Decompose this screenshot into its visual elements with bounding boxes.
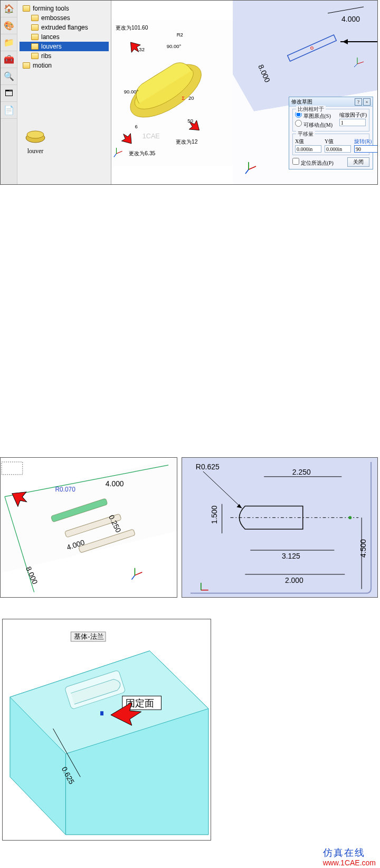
panel-r6: 基体-法兰 固定面 0.625 — [2, 619, 211, 841]
view-icon[interactable]: 🗔 — [1, 85, 17, 102]
palette-icon[interactable]: 🎨 — [1, 17, 17, 34]
tree-root-label: forming tools — [33, 5, 69, 12]
svg-rect-85 — [182, 458, 377, 598]
folder-icon[interactable]: 📁 — [1, 34, 17, 51]
tree-item-embosses[interactable]: embosses — [20, 13, 109, 23]
y-label: Y值 — [325, 138, 351, 145]
svg-marker-73 — [1, 458, 177, 573]
dim-4500: 4.500 — [359, 539, 367, 558]
watermark-1cae: 1CAE — [142, 133, 160, 140]
dim-20: 20 — [188, 95, 194, 101]
dim-4000-top: 4.000 — [106, 479, 124, 488]
tree-label: embosses — [41, 14, 70, 22]
ann-10160: 更改为101.60 — [116, 25, 148, 31]
radio-movable[interactable] — [295, 120, 302, 127]
group-scale-rel: 比例相对于 — [296, 106, 326, 113]
rot-input[interactable] — [354, 145, 378, 153]
doc-icon[interactable]: 📄 — [1, 102, 17, 119]
panel-r4-left: R0.070 4.000 0.250 4.000 8.000 — [0, 457, 177, 598]
dim-4000: 4.000 — [341, 15, 360, 23]
toolbox-icon[interactable]: 🧰 — [1, 51, 17, 68]
dim-1500: 1.500 — [210, 505, 218, 524]
home-icon[interactable]: 🏠 — [1, 1, 17, 17]
brand-url: www.1CAE.com — [323, 858, 376, 867]
louver-pattern-view: R0.070 4.000 0.250 4.000 8.000 — [1, 458, 177, 597]
dim-90a: 90.00° — [167, 43, 182, 49]
scale-label: 缩放因子(F) — [339, 111, 367, 119]
svg-rect-103 — [100, 711, 103, 715]
dim-32: 32 — [139, 46, 145, 52]
svg-rect-81 — [2, 462, 23, 475]
group-translate: 平移量 — [296, 130, 315, 138]
dialog-title: 修改草图 — [291, 98, 312, 106]
tree-item-motion[interactable]: motion — [20, 61, 109, 70]
scale-input[interactable] — [339, 119, 366, 126]
tree-label: lances — [41, 33, 60, 41]
tree-item-louvers[interactable]: louvers — [20, 42, 109, 51]
opt-origin: 草图原点(S) — [303, 113, 331, 119]
tree-item-extruded-flanges[interactable]: extruded flanges — [20, 23, 109, 32]
y-input[interactable] — [325, 145, 351, 153]
dim-90b: 90.00° — [124, 89, 139, 95]
close-button[interactable]: 关闭 — [347, 157, 369, 167]
page-watermark: 仿真在线 www.1CAE.com — [323, 848, 376, 867]
brand-zh: 仿真在线 — [323, 848, 376, 858]
base-flange-view: 基体-法兰 固定面 0.625 — [3, 619, 211, 840]
design-library-tree: 🏠 🎨 📁 🧰 🔍 🗔 📄 forming tools embosses ext… — [1, 1, 111, 185]
chk-label: 定位所选点(P) — [301, 160, 334, 166]
sigma-icon: Σ — [182, 95, 185, 101]
panel-r4-right: R0.625 2.250 1.500 3.125 2.000 4.500 — [182, 457, 378, 598]
svg-line-83 — [132, 575, 135, 580]
opt-movable: 可移动点(M) — [303, 122, 333, 128]
tree-item-lances[interactable]: lances — [20, 32, 109, 42]
modify-sketch-dialog: 修改草图 ?× 比例相对于 草图原点(S) 可移动点(M) 缩放因子(F) 平移… — [289, 97, 373, 169]
part-name: louver — [24, 147, 47, 155]
svg-point-49 — [27, 131, 44, 138]
chk-locate[interactable] — [292, 158, 299, 165]
rot-label: 旋转(R) — [354, 138, 378, 145]
x-label: X值 — [295, 138, 321, 145]
tree-label: motion — [33, 62, 52, 69]
dim-r2: R2 — [177, 32, 183, 37]
dim-6: 6 — [135, 124, 137, 129]
dim-r0625: R0.625 — [196, 463, 220, 471]
part-thumb[interactable]: louver — [24, 127, 47, 155]
tree-label: extruded flanges — [41, 24, 88, 31]
tree-label: ribs — [41, 52, 51, 60]
tree-label: louvers — [41, 43, 62, 50]
tree-item-ribs[interactable]: ribs — [20, 51, 109, 61]
ann-12: 更改为12 — [176, 139, 198, 145]
panel-r3: 🏠 🎨 📁 🧰 🔍 🗔 📄 forming tools embosses ext… — [0, 0, 378, 185]
dim-3125: 3.125 — [282, 552, 300, 560]
tree-root[interactable]: forming tools — [20, 4, 109, 13]
help-icon[interactable]: ? — [355, 98, 362, 106]
ann-635: 更改为6.35 — [129, 150, 155, 156]
close-icon[interactable]: × — [363, 98, 370, 106]
x-input[interactable] — [295, 145, 321, 153]
dim-2000: 2.000 — [285, 576, 303, 584]
dim-2250: 2.250 — [292, 468, 311, 476]
dim-r0070: R0.070 — [55, 486, 75, 493]
dim-8000: 8.000 — [24, 565, 40, 586]
slot-sketch-view: R0.625 2.250 1.500 3.125 2.000 4.500 — [182, 458, 377, 598]
feature-tag[interactable]: 基体-法兰 — [74, 633, 103, 640]
louver-tool-view: 更改为101.60 32 R2 90.00° 90.00° Σ 20 50 更改… — [111, 1, 233, 185]
svg-point-87 — [348, 516, 352, 519]
search-icon[interactable]: 🔍 — [1, 68, 17, 85]
svg-line-82 — [135, 572, 142, 575]
side-iconbar: 🏠 🎨 📁 🧰 🔍 🗔 📄 — [1, 1, 17, 185]
